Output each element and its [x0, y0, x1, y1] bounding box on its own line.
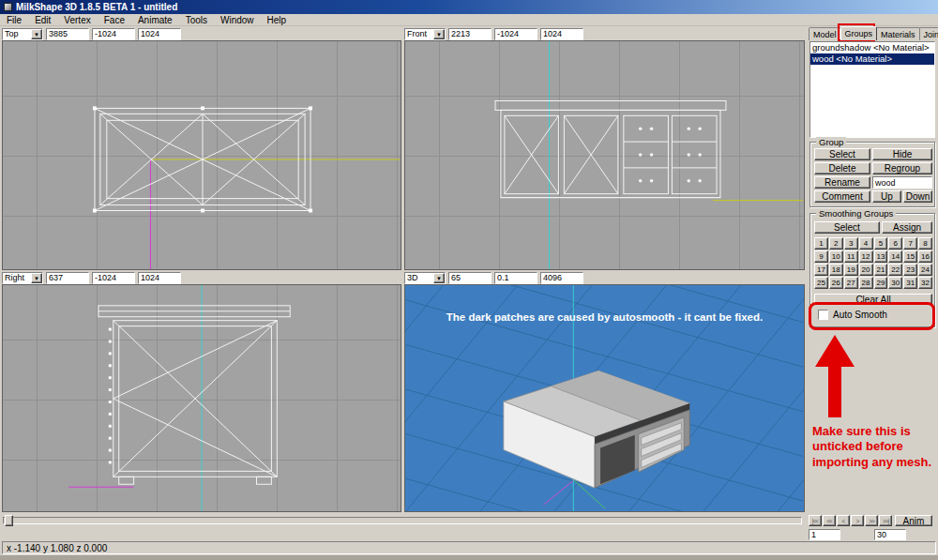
smoothing-group-17[interactable]: 17 — [814, 264, 828, 276]
viewport-3d-canvas[interactable]: The dark patches are caused by autosmoot… — [404, 284, 805, 512]
smoothing-group-19[interactable]: 19 — [844, 264, 858, 276]
tab-groups[interactable]: Groups — [840, 26, 878, 40]
viewport-3d-field-1[interactable] — [448, 272, 492, 284]
step-back-button[interactable]: < — [837, 515, 850, 526]
chevron-down-icon[interactable]: ▼ — [433, 29, 445, 39]
smoothing-group-27[interactable]: 27 — [844, 277, 858, 289]
group-list-item[interactable]: groundshadow <No Material> — [810, 42, 934, 53]
menu-window[interactable]: Window — [214, 14, 261, 26]
go-to-end-button[interactable]: >>| — [879, 515, 892, 526]
viewport-front-field-3[interactable] — [540, 28, 583, 40]
smoothing-group-1[interactable]: 1 — [814, 237, 828, 250]
comment-button[interactable]: Comment — [814, 190, 870, 203]
smoothing-group-16[interactable]: 16 — [918, 250, 932, 263]
menu-vertex[interactable]: Vertex — [57, 14, 97, 26]
chevron-down-icon[interactable]: ▼ — [31, 29, 42, 39]
smoothing-group-9[interactable]: 9 — [814, 250, 828, 263]
viewport-3d-mode-select[interactable]: 3D ▼ — [404, 272, 446, 284]
groups-list[interactable]: groundshadow <No Material>wood <No Mater… — [809, 41, 935, 138]
go-to-start-button[interactable]: |<< — [809, 515, 822, 526]
desk-3d-model — [504, 371, 689, 488]
viewport-right-mode-select[interactable]: Right ▼ — [2, 272, 43, 284]
viewport-right-canvas[interactable] — [2, 284, 401, 512]
menu-animate[interactable]: Animate — [131, 14, 179, 26]
viewport-front-canvas[interactable] — [404, 40, 805, 270]
smoothing-group-31[interactable]: 31 — [903, 277, 917, 289]
anim-button[interactable]: Anim — [895, 515, 932, 526]
smoothing-group-28[interactable]: 28 — [859, 277, 873, 289]
viewport-right-field-2[interactable] — [92, 272, 135, 284]
step-forward-fast-button[interactable]: >> — [865, 515, 878, 526]
smoothing-group-24[interactable]: 24 — [918, 264, 932, 276]
chevron-down-icon[interactable]: ▼ — [31, 273, 42, 283]
smoothing-group-23[interactable]: 23 — [903, 264, 917, 276]
smoothing-group-26[interactable]: 26 — [829, 277, 843, 289]
viewport-top-field-3[interactable] — [138, 28, 181, 40]
up-button[interactable]: Up — [872, 190, 901, 203]
select-button[interactable]: Select — [814, 148, 870, 160]
step-forward-button[interactable]: > — [851, 515, 864, 526]
panel-tabs: ModelGroupsMaterialsJoints — [809, 26, 937, 40]
window-title: MilkShape 3D 1.8.5 BETA 1 - untitled — [16, 2, 177, 12]
down-button[interactable]: Down — [903, 190, 932, 203]
smoothing-group-15[interactable]: 15 — [903, 250, 917, 263]
viewport-top-field-2[interactable] — [92, 28, 135, 40]
step-back-fast-button[interactable]: << — [823, 515, 836, 526]
status-bar: x -1.140 y 1.080 z 0.000 — [2, 541, 936, 554]
smoothing-group-10[interactable]: 10 — [829, 250, 843, 263]
tab-model[interactable]: Model — [809, 27, 841, 40]
smoothing-group-22[interactable]: 22 — [888, 264, 902, 276]
viewport-3d-mode-value: 3D — [405, 273, 433, 282]
smoothing-group-2[interactable]: 2 — [829, 237, 843, 250]
delete-button[interactable]: Delete — [814, 162, 870, 174]
viewport-front-field-2[interactable] — [494, 28, 537, 40]
frame-current-field[interactable] — [809, 529, 840, 540]
smoothing-group-30[interactable]: 30 — [888, 277, 902, 289]
hide-button[interactable]: Hide — [872, 148, 932, 160]
smoothing-assign-button[interactable]: Assign — [882, 221, 932, 234]
chevron-down-icon[interactable]: ▼ — [433, 273, 445, 283]
menu-help[interactable]: Help — [261, 14, 294, 26]
viewport-front-field-1[interactable] — [448, 28, 492, 40]
keyframe-slider-thumb[interactable] — [5, 515, 13, 526]
smoothing-group-21[interactable]: 21 — [874, 264, 888, 276]
smoothing-group-6[interactable]: 6 — [888, 237, 902, 250]
smoothing-group-4[interactable]: 4 — [859, 237, 873, 250]
smoothing-group-11[interactable]: 11 — [844, 250, 858, 263]
menu-edit[interactable]: Edit — [28, 14, 57, 26]
viewport-right-field-1[interactable] — [46, 272, 89, 284]
smoothing-select-button[interactable]: Select — [814, 221, 880, 234]
keyframe-slider-track[interactable] — [3, 517, 802, 524]
group-list-item[interactable]: wood <No Material> — [810, 53, 934, 65]
smoothing-group-18[interactable]: 18 — [829, 264, 843, 276]
smoothing-group-32[interactable]: 32 — [918, 277, 932, 289]
viewport-top-mode-select[interactable]: Top ▼ — [2, 28, 43, 40]
smoothing-group-7[interactable]: 7 — [903, 237, 917, 250]
menu-face[interactable]: Face — [98, 14, 131, 26]
viewport-right-field-3[interactable] — [138, 272, 181, 284]
menu-file[interactable]: File — [0, 14, 28, 26]
rename-button[interactable]: Rename — [814, 176, 870, 189]
smoothing-group-25[interactable]: 25 — [814, 277, 828, 289]
smoothing-group-8[interactable]: 8 — [918, 237, 932, 250]
viewport-top-canvas[interactable] — [2, 40, 401, 270]
smoothing-group-29[interactable]: 29 — [874, 277, 888, 289]
tab-materials[interactable]: Materials — [876, 27, 920, 40]
smoothing-group-13[interactable]: 13 — [874, 250, 888, 263]
smoothing-group-5[interactable]: 5 — [874, 237, 888, 250]
viewport-3d-field-3[interactable] — [540, 272, 583, 284]
3d-view-annotation-text: The dark patches are caused by autosmoot… — [405, 311, 804, 323]
menu-tools[interactable]: Tools — [179, 14, 214, 26]
smoothing-group-20[interactable]: 20 — [859, 264, 873, 276]
viewport-front-mode-select[interactable]: Front ▼ — [404, 28, 446, 40]
smoothing-group-3[interactable]: 3 — [844, 237, 858, 250]
regroup-button[interactable]: Regroup — [872, 162, 932, 174]
viewport-top-field-1[interactable] — [46, 28, 89, 40]
smoothing-group-12[interactable]: 12 — [859, 250, 873, 263]
rename-input[interactable] — [872, 176, 932, 189]
frame-total-field[interactable] — [874, 529, 906, 540]
smoothing-group-14[interactable]: 14 — [888, 250, 902, 263]
viewport-3d-field-2[interactable] — [494, 272, 537, 284]
title-bar[interactable]: MilkShape 3D 1.8.5 BETA 1 - untitled — [0, 0, 938, 14]
tab-joints[interactable]: Joints — [919, 27, 938, 40]
